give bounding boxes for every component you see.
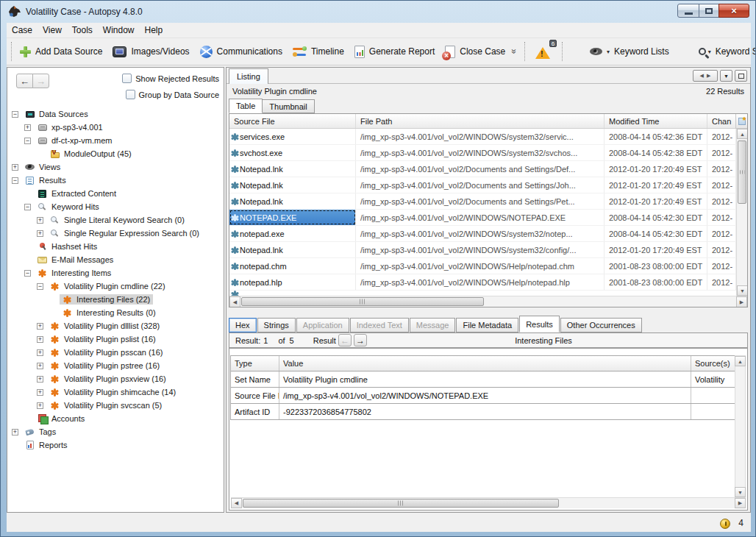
table-row[interactable]: notepad.exe /img_xp-sp3-v4.001/vol_vol2/…: [229, 226, 736, 242]
attribute-row-set-name[interactable]: Set Name Volatility Plugin cmdline Volat…: [231, 371, 735, 388]
expand-icon[interactable]: [24, 124, 31, 131]
horizontal-scrollbar[interactable]: [229, 296, 747, 307]
scrollbar-thumb[interactable]: [241, 297, 484, 306]
tree-item-data-sources[interactable]: Data Sources: [9, 107, 222, 121]
expand-icon[interactable]: [37, 402, 43, 409]
back-button[interactable]: [16, 74, 33, 88]
table-row[interactable]: Notepad.lnk /img_xp-sp3-v4.001/vol_vol2/…: [229, 177, 736, 193]
timeline-button[interactable]: Timeline: [288, 43, 349, 60]
table-row[interactable]: svchost.exe /img_xp-sp3-v4.001/vol_vol2/…: [229, 145, 736, 161]
tree-item-interesting-files[interactable]: Interesting Files (22): [9, 293, 222, 306]
forward-button[interactable]: [32, 74, 49, 88]
maximize-button[interactable]: [699, 4, 719, 18]
table-row[interactable]: Notepad.lnk /img_xp-sp3-v4.001/vol_vol2/…: [229, 193, 736, 210]
close-button[interactable]: [718, 4, 749, 18]
tab-scroll-buttons[interactable]: [693, 70, 718, 82]
scroll-up-button[interactable]: [737, 129, 748, 139]
tab-thumbnail[interactable]: Thumbnail: [262, 99, 314, 113]
expand-icon[interactable]: [37, 389, 43, 396]
scroll-down-button[interactable]: [737, 285, 748, 296]
menu-case[interactable]: Case: [7, 24, 38, 37]
tab-file-metadata[interactable]: File Metadata: [456, 318, 518, 332]
tree-item-single-regular-expression-search[interactable]: Single Regular Expression Search (0): [9, 227, 222, 240]
tree-item-email-messages[interactable]: E-Mail Messages: [9, 253, 222, 266]
tab-results[interactable]: Results: [519, 316, 560, 332]
table-row[interactable]: Notepad.lnk /img_xp-sp3-v4.001/vol_vol2/…: [229, 242, 736, 258]
vertical-scrollbar[interactable]: [735, 355, 746, 498]
collapse-icon[interactable]: [24, 204, 31, 210]
tab-hex[interactable]: Hex: [229, 318, 257, 332]
communications-button[interactable]: Communications: [195, 43, 288, 61]
generate-report-button[interactable]: Generate Report: [349, 43, 440, 61]
table-row[interactable]: services.exe /img_xp-sp3-v4.001/vol_vol2…: [229, 129, 736, 145]
tree-item-volatility-plugin-dlllist[interactable]: Volatility Plugin dlllist (328): [9, 319, 222, 332]
scroll-right-button[interactable]: [736, 296, 747, 307]
scroll-left-icon[interactable]: [700, 73, 704, 79]
show-rejected-results-checkbox-row[interactable]: Show Rejected Results: [122, 74, 219, 83]
column-header-change-time[interactable]: Chan: [707, 114, 736, 128]
column-chooser-button[interactable]: [735, 114, 747, 129]
tree-item-volatility-plugin-pslist[interactable]: Volatility Plugin pslist (16): [9, 332, 222, 346]
collapse-icon[interactable]: [12, 177, 18, 184]
scroll-left-button[interactable]: [231, 498, 242, 508]
table-row[interactable]: notepad.hlp /img_xp-sp3-v4.001/vol_vol2/…: [229, 274, 736, 291]
scroll-up-button[interactable]: [735, 356, 746, 366]
expand-icon[interactable]: [37, 376, 43, 383]
tab-listing[interactable]: Listing: [229, 68, 268, 84]
warnings-button[interactable]: 6: [528, 42, 559, 62]
tree-item-volatility-plugin-cmdline[interactable]: Volatility Plugin cmdline (22): [9, 280, 222, 293]
keyword-search-button[interactable]: Keyword Search: [693, 43, 756, 60]
column-header-modified-time[interactable]: Modified Time: [605, 114, 707, 128]
add-data-source-button[interactable]: Add Data Source: [15, 43, 107, 60]
checkbox-icon[interactable]: [122, 74, 132, 83]
column-header-value[interactable]: Value: [279, 356, 691, 371]
tree-item-results[interactable]: Results: [9, 174, 222, 187]
column-header-file-path[interactable]: File Path: [356, 114, 605, 128]
tree-item-extracted-content[interactable]: Extracted Content: [9, 187, 222, 200]
previous-result-button[interactable]: [338, 334, 352, 346]
tree-item-reports[interactable]: Reports: [9, 438, 222, 452]
attribute-row-artifact-id[interactable]: Artifact ID -9223372036854775802: [231, 404, 735, 420]
next-result-button[interactable]: [354, 334, 367, 346]
attribute-row-source-file-path[interactable]: Source File Pa /img_xp-sp3-v4.001/vol_vo…: [231, 388, 735, 404]
tree-item-views[interactable]: Views: [9, 160, 222, 174]
tab-other-occurrences[interactable]: Other Occurrences: [560, 318, 642, 332]
checkbox-icon[interactable]: [126, 90, 135, 99]
expand-icon[interactable]: [37, 363, 43, 369]
tree-item-df-ct-xp-vm-mem[interactable]: df-ct-xp-vm.mem: [9, 134, 222, 147]
collapse-icon[interactable]: [24, 270, 31, 277]
tree-item-moduleoutput[interactable]: ModuleOutput (45): [9, 147, 222, 160]
table-row[interactable]: Notepad.lnk /img_xp-sp3-v4.001/vol_vol2/…: [229, 161, 736, 177]
tree-item-volatility-plugin-psxview[interactable]: Volatility Plugin psxview (16): [9, 372, 222, 385]
tree-item-interesting-items[interactable]: Interesting Items: [9, 266, 222, 280]
expand-icon[interactable]: [37, 230, 43, 237]
group-by-data-source-checkbox-row[interactable]: Group by Data Source: [126, 90, 219, 99]
tree-item-volatility-plugin-psscan[interactable]: Volatility Plugin psscan (16): [9, 346, 222, 359]
scrollbar-thumb[interactable]: [243, 499, 559, 508]
scroll-right-button[interactable]: [735, 498, 746, 508]
tree-item-volatility-plugin-svcscan[interactable]: Volatility Plugin svcscan (5): [9, 399, 222, 412]
column-header-sources[interactable]: Source(s): [691, 356, 735, 371]
tree-item-volatility-plugin-shimcache[interactable]: Volatility Plugin shimcache (14): [9, 385, 222, 399]
expand-icon[interactable]: [12, 164, 18, 171]
maximize-pane-button[interactable]: [735, 70, 747, 82]
horizontal-scrollbar[interactable]: [231, 497, 746, 508]
menu-window[interactable]: Window: [98, 24, 140, 37]
vertical-scrollbar[interactable]: [736, 129, 747, 296]
expand-icon[interactable]: [12, 429, 18, 435]
tab-strings[interactable]: Strings: [257, 318, 296, 332]
menu-view[interactable]: View: [38, 24, 67, 37]
scrollbar-thumb[interactable]: [738, 141, 746, 204]
tree-item-volatility-plugin-pstree[interactable]: Volatility Plugin pstree (16): [9, 359, 222, 372]
keyword-lists-button[interactable]: Keyword Lists: [585, 43, 674, 60]
column-header-type[interactable]: Type: [231, 356, 279, 371]
table-row[interactable]: notepad.chm /img_xp-sp3-v4.001/vol_vol2/…: [229, 258, 736, 274]
tab-list-dropdown-button[interactable]: [720, 70, 732, 82]
tree-item-hashset-hits[interactable]: Hashset Hits: [9, 240, 222, 253]
collapse-icon[interactable]: [37, 283, 43, 290]
tree-item-accounts[interactable]: Accounts: [9, 412, 222, 425]
column-header-source-file[interactable]: Source File: [229, 114, 356, 128]
title-bar[interactable]: Volatility Case - Autopsy 4.8.0: [1, 1, 755, 23]
close-case-button[interactable]: Close Case: [440, 43, 521, 61]
collapse-icon[interactable]: [12, 111, 18, 118]
